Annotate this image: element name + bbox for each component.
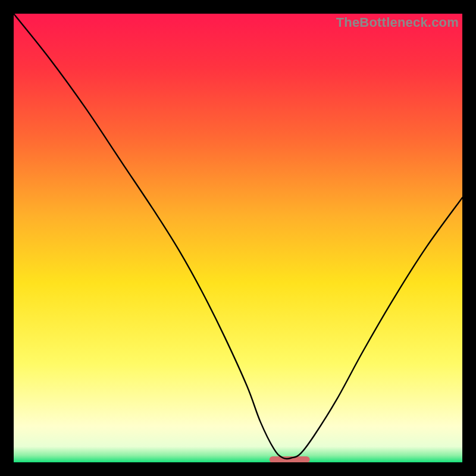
gradient-background xyxy=(14,14,462,462)
red-marker xyxy=(270,456,310,462)
chart-frame: TheBottleneck.com xyxy=(14,14,462,462)
chart-svg xyxy=(14,14,462,462)
plot-area xyxy=(14,14,462,462)
